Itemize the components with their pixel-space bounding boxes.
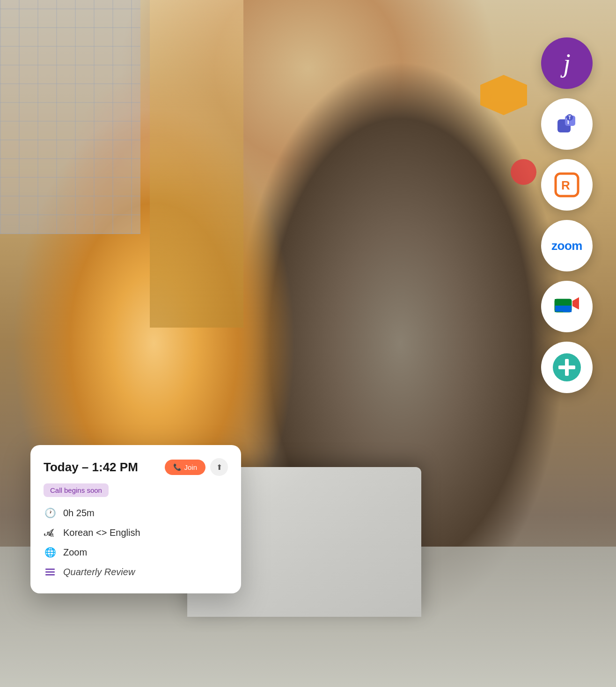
card-title: Today – 1:42 PM (44, 460, 138, 475)
reelay-icon[interactable]: R (541, 159, 593, 211)
gmeet-svg (553, 292, 581, 321)
card-header: Today – 1:42 PM 📞 Join ⬆ (44, 458, 228, 476)
translate-svg: 𝒜 a (44, 526, 56, 539)
translate-icon: 𝒜 a (44, 526, 57, 539)
svg-text:T: T (568, 115, 571, 120)
red-circle-decoration (511, 159, 536, 185)
chorus-svg (552, 352, 582, 382)
join-button[interactable]: 📞 Join (165, 460, 205, 475)
svg-text:R: R (561, 178, 570, 192)
jiminny-icon[interactable]: j (541, 37, 593, 89)
phone-icon: 📞 (173, 463, 181, 471)
chorus-icon[interactable] (541, 342, 593, 393)
integrations-column: j T T R zoom (541, 37, 593, 393)
zoom-icon[interactable]: zoom (541, 220, 593, 271)
card-actions: 📞 Join ⬆ (165, 458, 228, 476)
language-row: 𝒜 a Korean <> English (44, 526, 228, 539)
meeting-title-row: Quarterly Review (44, 565, 228, 578)
globe-icon: 🌐 (44, 546, 57, 559)
call-begins-badge: Call begins soon (44, 483, 109, 497)
app-card: Today – 1:42 PM 📞 Join ⬆ Call begins soo… (30, 445, 241, 593)
wooden-panel-decoration (150, 0, 243, 328)
duration-text: 0h 25m (63, 508, 95, 519)
platform-row: 🌐 Zoom (44, 546, 228, 559)
share-icon: ⬆ (216, 463, 222, 472)
teams-icon[interactable]: T T (541, 98, 593, 150)
svg-rect-25 (45, 571, 55, 573)
jiminny-letter: j (563, 48, 571, 78)
card-details: 🕐 0h 25m 𝒜 a Korean <> English 🌐 Zoom (44, 506, 228, 578)
duration-row: 🕐 0h 25m (44, 506, 228, 519)
menu-icon (44, 565, 57, 578)
platform-text: Zoom (63, 547, 87, 558)
svg-rect-26 (45, 574, 55, 576)
language-text: Korean <> English (63, 527, 140, 538)
clock-icon: 🕐 (44, 506, 57, 519)
svg-rect-21 (558, 365, 575, 369)
google-meet-icon[interactable] (541, 281, 593, 332)
meeting-title-text: Quarterly Review (63, 567, 135, 577)
svg-rect-18 (555, 310, 572, 312)
svg-marker-16 (572, 298, 579, 309)
zoom-label: zoom (551, 239, 582, 253)
svg-rect-24 (45, 569, 55, 570)
share-button[interactable]: ⬆ (210, 458, 228, 476)
join-label: Join (184, 463, 197, 471)
svg-text:a: a (50, 531, 54, 538)
teams-svg: T T (552, 109, 582, 139)
reelay-svg: R (552, 170, 582, 200)
lines-svg (44, 566, 56, 577)
